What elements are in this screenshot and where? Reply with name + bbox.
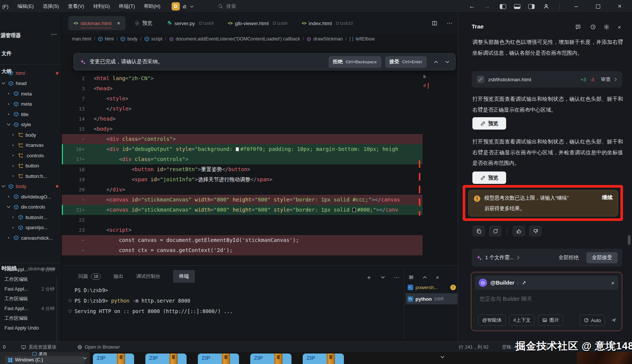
timeline-item[interactable]: Fast Apply Undo <box>4 324 57 333</box>
resource-status[interactable]: 系统资源紧张 <box>21 342 57 352</box>
chat-chip-@智能体[interactable]: @智能体 <box>478 315 506 326</box>
files-section-header[interactable]: 文件 <box>1 50 12 57</box>
drive-tree-item[interactable]: Windows (C:) <box>5 356 85 364</box>
menu-item[interactable]: 编辑(E) <box>18 3 34 10</box>
history-icon[interactable] <box>590 24 596 30</box>
timeline-item[interactable]: 工作区编辑 <box>4 294 57 303</box>
tab-glb-viewer.html[interactable]: <>glb-viewer.htmlD:\zsb9 <box>223 16 293 30</box>
panel-tab-输出[interactable]: 输出 <box>114 273 123 280</box>
thumbs-up-button[interactable] <box>512 225 525 237</box>
account-icon[interactable] <box>542 0 551 13</box>
zip-file-icon[interactable]: ZIP <box>303 354 344 364</box>
regenerate-button[interactable] <box>489 225 502 237</box>
accept-button[interactable]: 接受Ctrl+Enter <box>385 56 427 68</box>
menu-item[interactable]: 转到(G) <box>93 3 110 10</box>
panel-more-icon[interactable]: ⋯ <box>394 274 399 281</box>
breadcrumb-item[interactable]: document.addEventListener('DOMContentLoa… <box>169 36 300 42</box>
agent-name[interactable]: @Builder <box>490 280 514 286</box>
toggle-panel-button[interactable] <box>512 0 521 13</box>
scrollbar-thumb[interactable] <box>628 235 631 245</box>
outline-item-button#r...[interactable]: button#r... <box>0 212 62 222</box>
prev-change-icon[interactable] <box>434 61 438 63</box>
tab-index.html[interactable]: <>index.htmlD:\zsb10 <box>296 16 358 30</box>
breadcrumb-item[interactable]: body <box>120 36 137 42</box>
window-minimize-button[interactable]: – <box>569 0 584 13</box>
chevron-right-icon[interactable] <box>517 256 520 260</box>
preview-button-1[interactable]: 预览 <box>472 117 506 130</box>
terminal-output[interactable]: PS D:\zsb9>PS D:\zsb9> python -m http.se… <box>69 285 233 316</box>
outline-item-body[interactable]: body <box>0 182 62 191</box>
window-close-button[interactable]: × <box>612 0 627 13</box>
panel-tab-调试控制台[interactable]: 调试控制台 <box>136 273 160 280</box>
outline-item-head[interactable]: head <box>0 79 62 88</box>
outline-item-.controls[interactable]: .controls <box>0 151 62 160</box>
breadcrumb-item[interactable]: html <box>98 36 114 42</box>
breadcrumb-item[interactable]: leftElbow <box>349 36 375 42</box>
tab-stickman.html[interactable]: <>stickman.html× <box>68 16 126 30</box>
code-editor[interactable]: 2<html lang="zh-CN">3<head>7 <style>13 <… <box>62 73 423 265</box>
editor-more-icon[interactable]: ⋯ <box>447 19 453 27</box>
window-maximize-button[interactable] <box>590 0 605 13</box>
timeline-item[interactable]: Fast Appl...2 分钟 <box>4 285 57 294</box>
toggle-sidebar-button[interactable] <box>498 0 507 13</box>
breadcrumb-item[interactable]: script <box>144 36 163 42</box>
scroll-chevron-icon[interactable] <box>83 357 87 360</box>
chevron-expand-icon[interactable] <box>6 123 11 126</box>
close-panel-icon[interactable]: × <box>436 274 439 280</box>
nav-back-button[interactable]: ← <box>468 0 477 13</box>
outline-item-#canvas[interactable]: #canvas <box>0 140 62 150</box>
chevron-expand-icon[interactable] <box>1 82 6 85</box>
outline-item-title[interactable]: title <box>0 109 62 119</box>
line-col-indicator[interactable]: 行 241，列 92 <box>459 342 489 352</box>
split-editor-icon[interactable] <box>432 19 438 26</box>
reject-button[interactable]: 拒绝Ctrl+Backspace <box>329 56 381 68</box>
tab-预览[interactable]: 预览 <box>129 16 158 30</box>
menu-item[interactable]: 选择(S) <box>43 3 59 10</box>
close-panel-x-icon[interactable]: × <box>618 24 621 30</box>
menu-item[interactable]: 查看(V) <box>68 3 84 10</box>
tools-hammer-icon[interactable] <box>521 280 527 285</box>
panel-tab-终端[interactable]: 终端 <box>173 270 195 283</box>
gear-icon[interactable] <box>604 24 610 30</box>
thumbs-down-button[interactable] <box>529 225 542 237</box>
model-auto-chip[interactable]: Auto <box>580 315 605 326</box>
changed-file-card[interactable]: zsb9\stickman.html +3 -3 审查 <box>472 71 622 88</box>
nav-forward-button[interactable]: → <box>483 0 492 13</box>
menu-item[interactable]: 帮助(H) <box>144 3 160 10</box>
outline-item-button[interactable]: button <box>0 161 62 171</box>
review-link[interactable]: 审查 <box>601 76 611 83</box>
zip-file-icon[interactable]: ZIP <box>250 354 291 364</box>
outline-item-button:h...[interactable]: button:h... <box>0 171 62 181</box>
timeline-item[interactable]: Fast Appl...4 分钟 <box>4 304 57 313</box>
outline-item-div#debugO...[interactable]: div#debugO... <box>0 192 62 201</box>
chevron-expand-icon[interactable] <box>6 206 11 208</box>
terminal-instance-powersh...[interactable]: >_powersh...! <box>406 282 457 292</box>
menu-item[interactable]: 终端(T) <box>119 3 135 10</box>
breadcrumb-item[interactable]: man.html <box>72 36 91 42</box>
breadcrumb-item[interactable]: drawStickman <box>306 36 343 42</box>
preview-button-2[interactable]: 预览 <box>472 172 506 184</box>
send-icon[interactable] <box>611 317 617 323</box>
zip-file-icon[interactable]: ZIP <box>93 354 134 364</box>
chat-chip-#上下文[interactable]: #上下文 <box>509 315 535 326</box>
open-in-browser-button[interactable]: Open In Browser <box>77 342 120 352</box>
panel-tab-问题[interactable]: 问题18 <box>78 273 101 280</box>
filter-icon[interactable] <box>408 274 414 280</box>
search-box[interactable]: 搜索 <box>218 0 236 13</box>
indent-indicator[interactable]: 空格: 4 <box>502 342 517 352</box>
menu-item[interactable]: (F) <box>2 4 9 9</box>
outline-item-html[interactable]: html <box>0 68 62 78</box>
zip-file-icon[interactable]: ZIP <box>198 354 239 364</box>
workspace-switcher[interactable]: D d: <box>172 2 194 10</box>
timeline-item[interactable]: 工作区编辑 <box>4 314 57 323</box>
zip-file-icon[interactable]: ZIP <box>145 354 187 364</box>
outline-item-meta[interactable]: meta <box>0 89 62 98</box>
maximize-panel-icon[interactable] <box>423 276 427 279</box>
new-chat-icon[interactable] <box>575 24 581 30</box>
terminal-picker-icon[interactable] <box>381 276 385 279</box>
outline-item-div.controls[interactable]: div.controls <box>0 202 62 212</box>
tab-server.py[interactable]: server.pyD:\zsb9 <box>161 16 219 30</box>
terminal-instance-python[interactable]: Pypythonzsb9 <box>406 293 457 304</box>
copy-button[interactable] <box>472 225 485 237</box>
toggle-rightpanel-button[interactable] <box>527 0 536 13</box>
